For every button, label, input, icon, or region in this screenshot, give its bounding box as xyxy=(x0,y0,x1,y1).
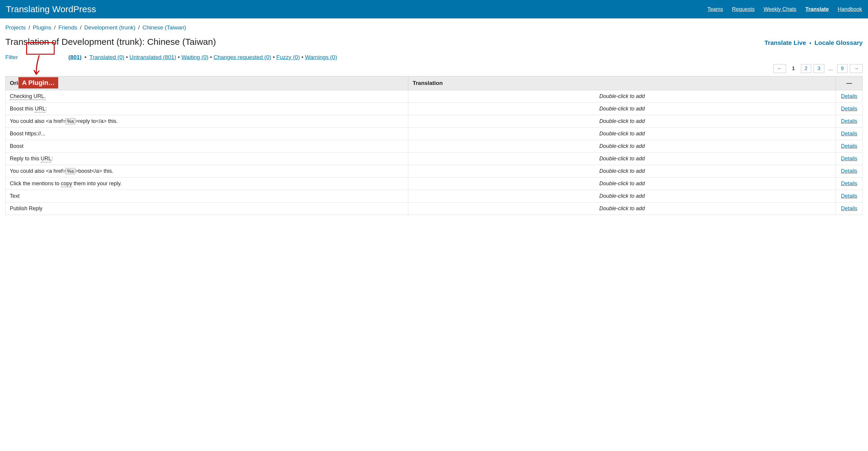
original-string-cell[interactable]: Boost https://... xyxy=(6,128,408,140)
table-row: Publish ReplyDouble-click to addDetails xyxy=(6,202,863,215)
translation-cell[interactable]: Double-click to add xyxy=(408,115,836,128)
translation-cell[interactable]: Double-click to add xyxy=(408,202,836,215)
table-row: Checking URL.Double-click to addDetails xyxy=(6,90,863,103)
details-link[interactable]: Details xyxy=(841,106,857,111)
locale-glossary-link[interactable]: Locale Glossary xyxy=(814,39,863,46)
page-next[interactable]: → xyxy=(850,64,863,73)
pagination: ←123...9→ xyxy=(5,64,863,73)
translation-cell[interactable]: Double-click to add xyxy=(408,90,836,103)
page-action-links: Translate Live • Locale Glossary xyxy=(764,39,863,46)
original-string-cell[interactable]: Boost this URL: xyxy=(6,103,408,115)
breadcrumb-projects[interactable]: Projects xyxy=(5,24,26,31)
nav-teams[interactable]: Teams xyxy=(707,6,723,12)
details-link[interactable]: Details xyxy=(841,143,857,149)
filter-row: Filter (801) • Translated (0) • Untransl… xyxy=(5,54,863,61)
details-cell: Details xyxy=(836,153,863,165)
details-cell: Details xyxy=(836,90,863,103)
nav-requests[interactable]: Requests xyxy=(732,6,754,12)
status-translated[interactable]: Translated (0) xyxy=(89,54,124,60)
page-1: 1 xyxy=(788,64,798,73)
original-string-cell[interactable]: You could also <a href=%s>boost</a> this… xyxy=(6,165,408,178)
translation-cell[interactable]: Double-click to add xyxy=(408,140,836,153)
details-cell: Details xyxy=(836,115,863,128)
details-cell: Details xyxy=(836,103,863,115)
details-link[interactable]: Details xyxy=(841,205,857,212)
site-header: Translating WordPress TeamsRequestsWeekl… xyxy=(0,0,868,19)
details-link[interactable]: Details xyxy=(841,193,857,199)
original-string-cell[interactable]: Publish Reply xyxy=(6,202,408,215)
page-9[interactable]: 9 xyxy=(837,64,847,73)
details-cell: Details xyxy=(836,140,863,153)
details-link[interactable]: Details xyxy=(841,181,857,187)
table-row: You could also <a href=%s>boost</a> this… xyxy=(6,165,863,178)
status-fuzzy[interactable]: Fuzzy (0) xyxy=(276,54,300,60)
breadcrumb-separator: / xyxy=(26,24,33,31)
translation-cell[interactable]: Double-click to add xyxy=(408,190,836,202)
translate-live-link[interactable]: Translate Live xyxy=(764,39,806,46)
translation-cell[interactable]: Double-click to add xyxy=(408,103,836,115)
translation-cell[interactable]: Double-click to add xyxy=(408,165,836,178)
breadcrumb: Projects / Plugins / Friends / Developme… xyxy=(5,24,863,31)
translation-cell[interactable]: Double-click to add xyxy=(408,153,836,165)
details-cell: Details xyxy=(836,165,863,178)
details-link[interactable]: Details xyxy=(841,131,857,136)
page-2[interactable]: 2 xyxy=(801,64,811,73)
breadcrumb-development-trunk-[interactable]: Development (trunk) xyxy=(84,24,135,31)
table-row: You could also <a href=%s>reply to</a> t… xyxy=(6,115,863,128)
details-link[interactable]: Details xyxy=(841,93,857,99)
details-cell: Details xyxy=(836,202,863,215)
breadcrumb-plugins[interactable]: Plugins xyxy=(33,24,51,31)
original-string-cell[interactable]: Reply to this URL: xyxy=(6,153,408,165)
original-string-cell[interactable]: You could also <a href=%s>reply to</a> t… xyxy=(6,115,408,128)
table-row: TextDouble-click to addDetails xyxy=(6,190,863,202)
table-row: BoostDouble-click to addDetails xyxy=(6,140,863,153)
details-cell: Details xyxy=(836,190,863,202)
details-cell: Details xyxy=(836,178,863,190)
all-count[interactable]: (801) xyxy=(68,54,81,61)
page-title: Translation of Development (trunk): Chin… xyxy=(5,37,216,47)
table-row: Boost https://...Double-click to addDeta… xyxy=(6,128,863,140)
status-untranslated[interactable]: Untranslated (801) xyxy=(129,54,176,60)
main-nav: TeamsRequestsWeekly ChatsTranslateHandbo… xyxy=(707,6,862,12)
details-link[interactable]: Details xyxy=(841,118,857,124)
breadcrumb-separator: / xyxy=(51,24,59,31)
status-waiting[interactable]: Waiting (0) xyxy=(181,54,209,60)
nav-translate[interactable]: Translate xyxy=(805,6,829,12)
table-row: Reply to this URL:Double-click to addDet… xyxy=(6,153,863,165)
nav-weekly-chats[interactable]: Weekly Chats xyxy=(764,6,797,12)
col-actions: — xyxy=(836,76,863,90)
filter-toggle[interactable]: Filter xyxy=(5,54,18,61)
breadcrumb-separator: / xyxy=(77,24,84,31)
original-string-cell[interactable]: Checking URL. xyxy=(6,90,408,103)
table-row: Click the mentions to copy them into you… xyxy=(6,178,863,190)
table-row: Boost this URL:Double-click to addDetail… xyxy=(6,103,863,115)
status-changes[interactable]: Changes requested (0) xyxy=(214,54,271,60)
breadcrumb-friends[interactable]: Friends xyxy=(59,24,77,31)
details-cell: Details xyxy=(836,128,863,140)
details-link[interactable]: Details xyxy=(841,156,857,162)
col-original: Original string xyxy=(6,76,408,90)
details-link[interactable]: Details xyxy=(841,168,857,174)
status-warnings[interactable]: Warnings (0) xyxy=(305,54,337,60)
separator-dot: • xyxy=(807,40,813,46)
translation-table: Original string Translation — Checking U… xyxy=(5,76,863,215)
col-translation: Translation xyxy=(408,76,836,90)
original-string-cell[interactable]: Click the mentions to copy them into you… xyxy=(6,178,408,190)
site-title: Translating WordPress xyxy=(6,4,96,14)
original-string-cell[interactable]: Boost xyxy=(6,140,408,153)
page-prev[interactable]: ← xyxy=(773,64,786,73)
nav-handbook[interactable]: Handbook xyxy=(838,6,862,12)
translation-cell[interactable]: Double-click to add xyxy=(408,128,836,140)
breadcrumb-separator: / xyxy=(135,24,143,31)
page-ellipsis: ... xyxy=(827,66,835,72)
page-3[interactable]: 3 xyxy=(814,64,824,73)
translation-cell[interactable]: Double-click to add xyxy=(408,178,836,190)
original-string-cell[interactable]: Text xyxy=(6,190,408,202)
breadcrumb-chinese-taiwan-[interactable]: Chinese (Taiwan) xyxy=(143,24,186,31)
